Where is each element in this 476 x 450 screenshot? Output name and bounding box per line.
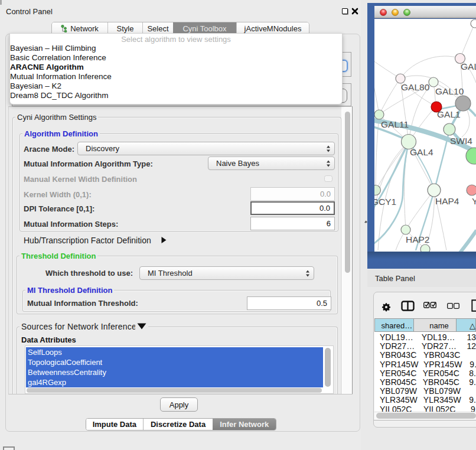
svg-text:GAL11: GAL11 (381, 119, 409, 129)
svg-text:GAL10: GAL10 (435, 86, 464, 96)
svg-text:HAP4: HAP4 (435, 196, 459, 206)
svg-text:GAL4: GAL4 (410, 147, 433, 157)
svg-text:GAL1: GAL1 (437, 109, 461, 119)
svg-text:GAL: GAL (461, 61, 476, 71)
svg-text:GAL80: GAL80 (401, 82, 430, 92)
svg-text:GCY1: GCY1 (374, 197, 396, 207)
svg-text:HAP2: HAP2 (406, 234, 430, 244)
svg-text:SWI4: SWI4 (450, 136, 472, 146)
svg-text:Y: Y (472, 196, 476, 206)
